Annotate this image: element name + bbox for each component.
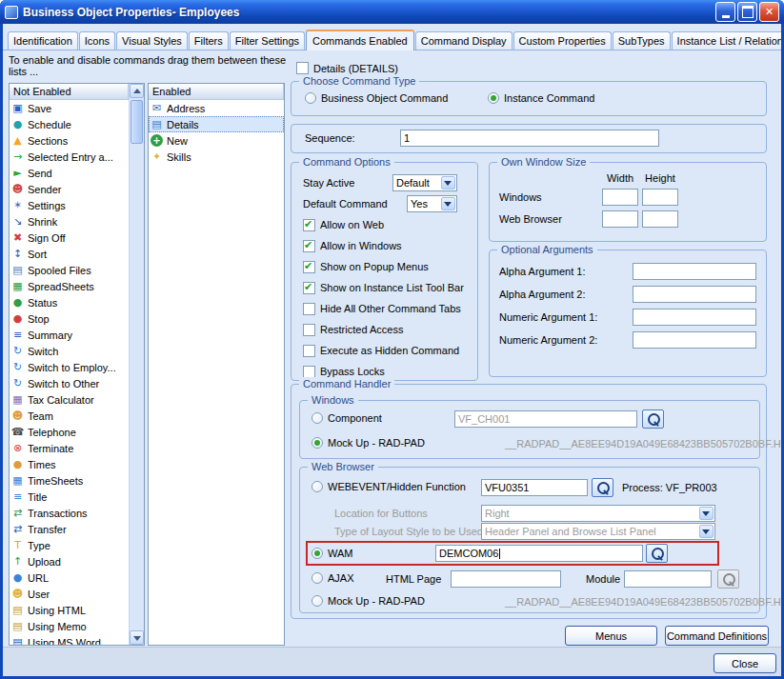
list-item-summary[interactable]: ≡ Summary xyxy=(10,327,129,343)
scroll-up-button[interactable] xyxy=(130,84,144,98)
list-item-times[interactable]: ● Times xyxy=(10,456,129,472)
details-checkbox[interactable] xyxy=(296,62,309,74)
option-show-on-instance-list-tool-bar[interactable]: Show on Instance List Tool Bar xyxy=(303,277,472,298)
list-item-details[interactable]: ▤ Details xyxy=(149,116,284,132)
list-item-sections[interactable]: ▲ Sections xyxy=(10,132,129,149)
width-input[interactable] xyxy=(602,210,638,228)
chevron-down-icon[interactable] xyxy=(441,176,455,190)
windows-mockup-radio[interactable] xyxy=(312,437,323,449)
not-enabled-header[interactable]: Not Enabled xyxy=(10,84,129,100)
checkbox[interactable] xyxy=(303,219,315,231)
height-input[interactable] xyxy=(642,189,678,206)
component-lookup-button[interactable] xyxy=(642,409,664,429)
details-checkbox-row[interactable]: Details (DETAILS) xyxy=(296,62,398,74)
width-input[interactable] xyxy=(602,189,638,206)
webevent-option[interactable]: WEBEVENT/Hidden Function xyxy=(312,481,466,492)
list-item-transactions[interactable]: ⇄ Transactions xyxy=(10,505,129,521)
list-item-switch[interactable]: ↻ Switch xyxy=(10,343,129,359)
enabled-header[interactable]: Enabled xyxy=(149,84,284,100)
component-option[interactable]: Component xyxy=(312,412,382,424)
list-item-spooled-files[interactable]: ▤ Spooled Files xyxy=(10,262,129,278)
list-item-stop[interactable]: ● Stop xyxy=(10,310,129,327)
default-command-select[interactable]: Yes xyxy=(407,195,457,212)
scroll-down-button[interactable] xyxy=(130,630,144,645)
tab-identification[interactable]: Identification xyxy=(8,31,78,50)
web-mockup-radio[interactable] xyxy=(312,595,323,607)
checkbox[interactable] xyxy=(303,366,315,378)
checkbox[interactable] xyxy=(303,282,315,294)
html-page-input[interactable] xyxy=(451,570,561,588)
list-item-selected-entry-a[interactable]: → Selected Entry a... xyxy=(10,149,129,165)
list-item-shrink[interactable]: ↘ Shrink xyxy=(10,213,129,230)
webevent-lookup-button[interactable] xyxy=(592,478,613,497)
argument-input[interactable] xyxy=(633,309,756,326)
instance-command-option[interactable]: Instance Command xyxy=(488,92,594,104)
tab-custom-properties[interactable]: Custom Properties xyxy=(513,31,612,50)
argument-input[interactable] xyxy=(633,286,756,303)
option-allow-on-web[interactable]: Allow on Web xyxy=(303,214,472,235)
height-input[interactable] xyxy=(642,210,678,228)
option-restricted-access[interactable]: Restricted Access xyxy=(303,319,472,340)
list-item-send[interactable]: ► Send xyxy=(10,165,129,181)
wam-radio[interactable] xyxy=(312,548,323,559)
list-item-sort[interactable]: ↕ Sort xyxy=(10,246,129,262)
list-item-telephone[interactable]: ☎ Telephone xyxy=(10,424,129,440)
tab-commands-enabled[interactable]: Commands Enabled xyxy=(306,30,414,50)
webevent-input[interactable] xyxy=(481,479,588,496)
location-for-buttons-select[interactable]: Right xyxy=(481,505,715,522)
list-item-address[interactable]: ✉ Address xyxy=(149,100,284,116)
command-definitions-button[interactable]: Command Definitions xyxy=(665,626,769,646)
list-item-switch-to-employ[interactable]: ↻ Switch to Employ... xyxy=(10,359,129,375)
component-input[interactable] xyxy=(454,410,637,428)
option-show-on-popup-menus[interactable]: Show on Popup Menus xyxy=(303,256,472,277)
webevent-radio[interactable] xyxy=(312,481,323,492)
list-item-save[interactable]: ▣ Save xyxy=(10,100,129,116)
option-allow-in-windows[interactable]: Allow in Windows xyxy=(303,235,472,256)
checkbox[interactable] xyxy=(303,303,315,315)
checkbox[interactable] xyxy=(303,324,315,336)
list-item-transfer[interactable]: ⇄ Transfer xyxy=(10,521,129,537)
list-item-url[interactable]: ● URL xyxy=(10,569,129,586)
tab-visual-styles[interactable]: Visual Styles xyxy=(116,31,188,50)
list-item-using-memo[interactable]: ▤ Using Memo xyxy=(10,618,129,634)
list-item-team[interactable]: ☻ Team xyxy=(10,408,129,424)
list-item-terminate[interactable]: ⊗ Terminate xyxy=(10,440,129,456)
list-item-new[interactable]: + New xyxy=(149,132,284,149)
checkbox[interactable] xyxy=(303,261,315,273)
chevron-down-icon[interactable] xyxy=(699,507,714,520)
business-object-command-option[interactable]: Business Object Command xyxy=(305,92,448,104)
wam-lookup-button[interactable] xyxy=(646,544,668,563)
ajax-radio[interactable] xyxy=(312,572,323,584)
ajax-lookup-button[interactable] xyxy=(717,569,739,589)
checkbox[interactable] xyxy=(303,240,315,252)
list-item-sign-off[interactable]: ✖ Sign Off xyxy=(10,230,129,246)
tab-instance-list-relations[interactable]: Instance List / Relations xyxy=(672,31,781,50)
list-item-tax-calculator[interactable]: ▦ Tax Calculator xyxy=(10,391,129,408)
module-input[interactable] xyxy=(624,570,712,588)
checkbox[interactable] xyxy=(303,345,315,357)
list-item-settings[interactable]: ✶ Settings xyxy=(10,197,129,213)
list-item-sender[interactable]: ☻ Sender xyxy=(10,181,129,197)
windows-mockup-option[interactable]: Mock Up - RAD-PAD xyxy=(312,437,425,449)
ajax-option[interactable]: AJAX xyxy=(312,572,354,584)
chevron-down-icon[interactable] xyxy=(441,197,455,210)
wam-option[interactable]: WAM xyxy=(312,548,352,559)
wam-input[interactable]: DEMCOM06 xyxy=(435,545,643,562)
titlebar[interactable]: Business Object Properties- Employees xyxy=(0,0,784,24)
close-button[interactable]: Close xyxy=(714,653,776,673)
option-hide-all-other-command-tabs[interactable]: Hide All Other Command Tabs xyxy=(303,298,472,319)
list-item-schedule[interactable]: ● Schedule xyxy=(10,116,129,132)
list-item-title[interactable]: ≡ Title xyxy=(10,489,129,505)
minimize-button[interactable] xyxy=(715,2,735,22)
tab-command-display[interactable]: Command Display xyxy=(415,31,513,50)
close-window-button[interactable] xyxy=(759,2,779,22)
argument-input[interactable] xyxy=(633,263,756,280)
web-mockup-option[interactable]: Mock Up - RAD-PAD xyxy=(312,595,425,607)
business-object-command-radio[interactable] xyxy=(305,92,316,104)
option-execute-as-hidden-command[interactable]: Execute as Hidden Command xyxy=(303,340,472,361)
list-item-status[interactable]: ● Status xyxy=(10,294,129,310)
list-item-type[interactable]: T Type xyxy=(10,537,129,553)
chevron-down-icon[interactable] xyxy=(699,525,714,538)
component-radio[interactable] xyxy=(312,412,323,424)
tab-filter-settings[interactable]: Filter Settings xyxy=(230,31,305,50)
